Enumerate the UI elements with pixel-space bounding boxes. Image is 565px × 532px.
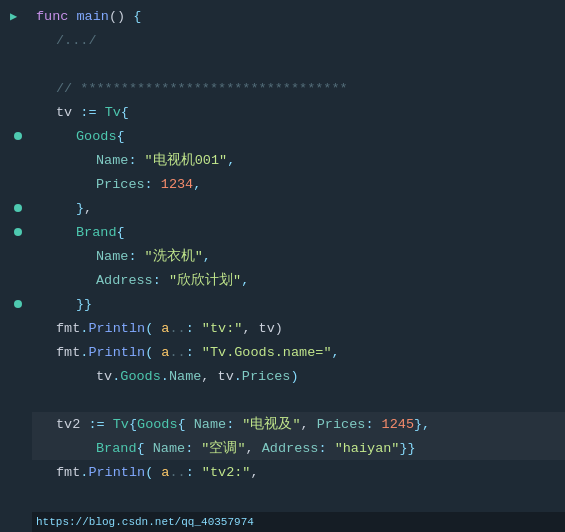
- token: ..: [169, 345, 185, 360]
- token: }}: [399, 441, 415, 456]
- dot-marker: [14, 204, 22, 212]
- token: fmt: [56, 321, 80, 336]
- code-editor: ▶func main() {/.../ // *****************…: [0, 0, 565, 532]
- code-line: tv := Tv{: [32, 100, 565, 124]
- token: :: [145, 177, 161, 192]
- token: .: [161, 369, 169, 384]
- token: Println: [88, 345, 145, 360]
- token: "洗衣机": [145, 247, 203, 265]
- dot-marker: [14, 132, 22, 140]
- token: Name: [169, 369, 201, 384]
- token: "空调": [201, 439, 245, 457]
- code-line: Name: "洗衣机",: [32, 244, 565, 268]
- token: ,: [246, 441, 262, 456]
- token: Tv: [113, 417, 129, 432]
- token: tv: [56, 105, 80, 120]
- token: Name: [194, 417, 226, 432]
- line-gutter: [0, 0, 32, 532]
- token: 1245: [382, 417, 414, 432]
- token: "电视及": [242, 415, 300, 433]
- token: ,: [203, 249, 211, 264]
- token: :: [128, 249, 144, 264]
- dot-marker: [14, 300, 22, 308]
- token: .: [112, 369, 120, 384]
- token: tv2: [56, 417, 88, 432]
- code-line: // *********************************: [32, 76, 565, 100]
- code-line: tv2 := Tv{Goods{ Name: "电视及", Prices: 12…: [32, 412, 565, 436]
- token: Goods: [76, 129, 117, 144]
- token: (: [145, 345, 161, 360]
- token: ..: [169, 321, 185, 336]
- token: :=: [80, 105, 104, 120]
- token: Goods: [120, 369, 161, 384]
- url-text: https://blog.csdn.net/qq_40357974: [36, 516, 254, 528]
- token: ,: [241, 273, 249, 288]
- token: (: [145, 465, 161, 480]
- code-line: Address: "欣欣计划",: [32, 268, 565, 292]
- token: Println: [88, 321, 145, 336]
- token: Name: [153, 441, 185, 456]
- code-line: tv.Goods.Name, tv.Prices): [32, 364, 565, 388]
- token: Goods: [137, 417, 178, 432]
- url-bar: https://blog.csdn.net/qq_40357974: [32, 512, 565, 532]
- token: :: [128, 153, 144, 168]
- token: a: [161, 465, 169, 480]
- token: "欣欣计划": [169, 271, 241, 289]
- token: ,: [227, 153, 235, 168]
- token: Tv: [105, 105, 121, 120]
- token: a: [161, 345, 169, 360]
- token: "Tv.Goods.name=": [202, 345, 332, 360]
- token: :: [153, 273, 169, 288]
- token: , tv): [242, 321, 283, 336]
- token: {: [178, 417, 194, 432]
- token: func: [36, 9, 77, 24]
- token: :: [318, 441, 334, 456]
- token: Prices: [317, 417, 366, 432]
- code-line: fmt.Println( a..: "Tv.Goods.name=",: [32, 340, 565, 364]
- token: Println: [88, 465, 145, 480]
- token: ,: [193, 177, 201, 192]
- token: /.../: [56, 33, 105, 48]
- token: "haiyan": [335, 441, 400, 456]
- token: {: [133, 9, 141, 24]
- code-line: ▶func main() {: [32, 4, 565, 28]
- token: :: [226, 417, 242, 432]
- token: ): [290, 369, 298, 384]
- token: Address: [262, 441, 319, 456]
- code-line: Prices: 1234,: [32, 172, 565, 196]
- token: fmt: [56, 345, 80, 360]
- token: (: [145, 321, 161, 336]
- token: "电视机001": [145, 151, 228, 169]
- token: ,: [84, 201, 92, 216]
- arrow-marker: ▶: [10, 9, 17, 24]
- code-line: },: [32, 196, 565, 220]
- token: main: [77, 9, 109, 24]
- token: Prices: [242, 369, 291, 384]
- token: "tv2:": [202, 465, 251, 480]
- token: .: [80, 465, 88, 480]
- token: ,: [301, 417, 317, 432]
- token: Name: [96, 153, 128, 168]
- code-line: Goods{: [32, 124, 565, 148]
- token: Prices: [96, 177, 145, 192]
- token: :=: [88, 417, 112, 432]
- token: //: [56, 81, 80, 96]
- token: Brand: [76, 225, 117, 240]
- token: Brand: [96, 441, 137, 456]
- token: Name: [96, 249, 128, 264]
- code-line: [32, 388, 565, 412]
- token: :: [185, 441, 201, 456]
- token: :: [365, 417, 381, 432]
- code-line: fmt.Println( a..: "tv:", tv): [32, 316, 565, 340]
- code-line: /.../: [32, 28, 565, 52]
- token: ,: [331, 345, 339, 360]
- token: },: [414, 417, 430, 432]
- token: .: [80, 321, 88, 336]
- token: {: [137, 441, 153, 456]
- token: ..: [169, 465, 185, 480]
- token: {: [117, 225, 125, 240]
- code-line: fmt.Println( a..: "tv2:",: [32, 460, 565, 484]
- token: Address: [96, 273, 153, 288]
- token: fmt: [56, 465, 80, 480]
- token: {: [121, 105, 129, 120]
